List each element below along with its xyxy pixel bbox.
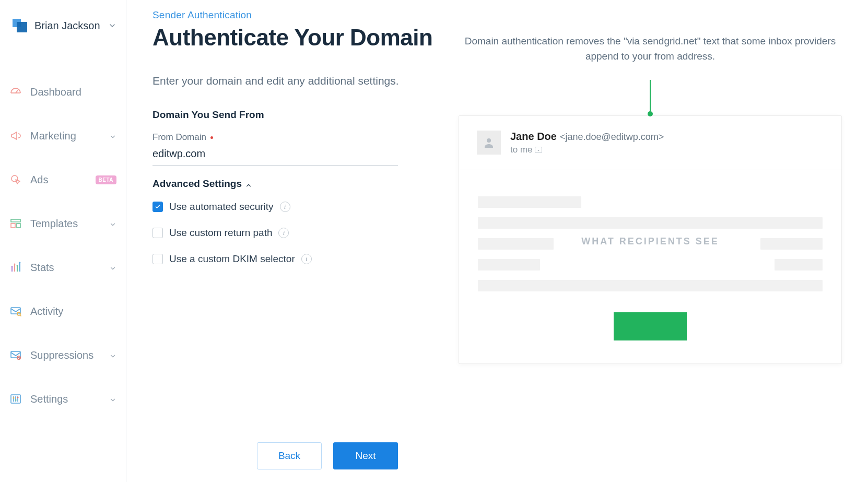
chart-icon: [9, 261, 22, 274]
checkbox-box[interactable]: [153, 228, 163, 238]
sidebar-item-label: Suppressions: [30, 349, 109, 361]
svg-point-0: [11, 175, 18, 182]
chevron-down-icon: [109, 220, 116, 227]
preview-connector: [459, 80, 842, 116]
sidebar-item-suppressions[interactable]: Suppressions: [0, 338, 126, 372]
sidebar-item-label: Activity: [30, 305, 116, 318]
form-column: Sender Authentication Authenticate Your …: [153, 9, 435, 279]
preview-column: Domain authentication removes the "via s…: [459, 9, 842, 364]
checkbox-custom-dkim-selector[interactable]: Use a custom DKIM selector i: [153, 253, 435, 265]
from-domain-label: From Domain: [153, 132, 206, 143]
field-from-domain: From Domain: [153, 132, 435, 166]
preview-header: Jane Doe <jane.doe@editwp.com> to me: [459, 116, 841, 170]
info-icon[interactable]: i: [280, 202, 290, 212]
sidebar-item-settings[interactable]: Settings: [0, 382, 126, 416]
advanced-settings-toggle[interactable]: Advanced Settings: [153, 178, 435, 190]
checkbox-label: Use custom return path: [169, 227, 272, 239]
account-switcher[interactable]: Brian Jackson: [0, 18, 126, 49]
preview-card: Jane Doe <jane.doe@editwp.com> to me: [459, 115, 842, 364]
chevron-down-icon: [109, 395, 116, 403]
mail-search-icon: [9, 305, 22, 318]
checkbox-label: Use automated security: [169, 201, 274, 213]
sidebar-item-label: Ads: [30, 174, 91, 186]
page-title: Authenticate Your Domain: [153, 24, 435, 52]
account-name: Brian Jackson: [34, 20, 108, 32]
svg-rect-10: [11, 351, 20, 358]
brand-logo: [11, 18, 27, 33]
dropdown-caret-icon: [535, 147, 542, 153]
sidebar-item-stats[interactable]: Stats: [0, 251, 126, 284]
sidebar-item-label: Marketing: [30, 130, 109, 142]
svg-point-4: [11, 266, 13, 268]
form-actions: Back Next: [153, 432, 842, 482]
layout-icon: [9, 217, 22, 230]
main: Sender Authentication Authenticate Your …: [126, 0, 868, 482]
svg-point-6: [17, 265, 18, 267]
sidebar-item-label: Settings: [30, 393, 109, 405]
back-button[interactable]: Back: [257, 442, 322, 469]
chevron-down-icon: [109, 132, 116, 139]
preview-description: Domain authentication removes the "via s…: [459, 33, 842, 64]
sidebar-nav: Dashboard Marketing Ads BETA: [0, 49, 126, 416]
checkbox-custom-return-path[interactable]: Use custom return path i: [153, 227, 435, 239]
sidebar-item-dashboard[interactable]: Dashboard: [0, 75, 126, 109]
checkbox-box[interactable]: [153, 254, 163, 264]
sidebar-item-label: Templates: [30, 218, 109, 230]
page-lead: Enter your domain and edit any additiona…: [153, 73, 435, 90]
preview-sender-email: <jane.doe@editwp.com>: [560, 132, 664, 143]
avatar-placeholder-icon: [477, 131, 501, 155]
chevron-down-icon: [109, 351, 116, 359]
svg-point-16: [487, 138, 491, 143]
chevron-down-icon: [108, 21, 116, 30]
preview-cta-placeholder: [614, 312, 687, 340]
svg-rect-3: [17, 224, 20, 228]
from-domain-input[interactable]: [153, 145, 398, 166]
sidebar-item-label: Dashboard: [30, 86, 116, 98]
info-icon[interactable]: i: [301, 254, 312, 264]
svg-rect-1: [11, 219, 20, 222]
sliders-icon: [9, 393, 22, 405]
cursor-icon: [9, 173, 22, 186]
sidebar-item-templates[interactable]: Templates: [0, 207, 126, 240]
checkbox-automated-security[interactable]: Use automated security i: [153, 201, 435, 213]
svg-point-13: [13, 397, 14, 398]
svg-point-14: [15, 399, 16, 401]
next-button[interactable]: Next: [333, 442, 398, 469]
checkbox-box[interactable]: [153, 202, 163, 212]
preview-body: WHAT RECIPIENTS SEE: [459, 170, 841, 312]
mail-block-icon: [9, 349, 22, 361]
gauge-icon: [9, 86, 22, 98]
chevron-up-icon: [245, 180, 252, 187]
breadcrumb[interactable]: Sender Authentication: [153, 9, 435, 21]
sidebar-item-ads[interactable]: Ads BETA: [0, 163, 126, 196]
svg-point-15: [17, 396, 18, 398]
section-title-domain: Domain You Send From: [153, 109, 435, 121]
sidebar: Brian Jackson Dashboard Marketing: [0, 0, 126, 482]
beta-badge: BETA: [96, 175, 116, 184]
preview-sender-name: Jane Doe: [510, 131, 557, 143]
svg-rect-2: [11, 224, 15, 228]
preview-cta-row: [459, 312, 841, 363]
preview-to-label: to me: [510, 145, 533, 155]
megaphone-icon: [9, 130, 22, 142]
required-indicator: [210, 136, 213, 139]
svg-point-5: [14, 264, 16, 265]
advanced-settings-label: Advanced Settings: [153, 178, 242, 190]
svg-rect-8: [11, 308, 20, 314]
info-icon[interactable]: i: [278, 228, 289, 238]
checkbox-label: Use a custom DKIM selector: [169, 253, 295, 265]
svg-point-7: [19, 262, 21, 264]
sidebar-item-activity[interactable]: Activity: [0, 295, 126, 328]
sidebar-item-label: Stats: [30, 262, 109, 274]
sidebar-item-marketing[interactable]: Marketing: [0, 119, 126, 152]
chevron-down-icon: [109, 264, 116, 271]
